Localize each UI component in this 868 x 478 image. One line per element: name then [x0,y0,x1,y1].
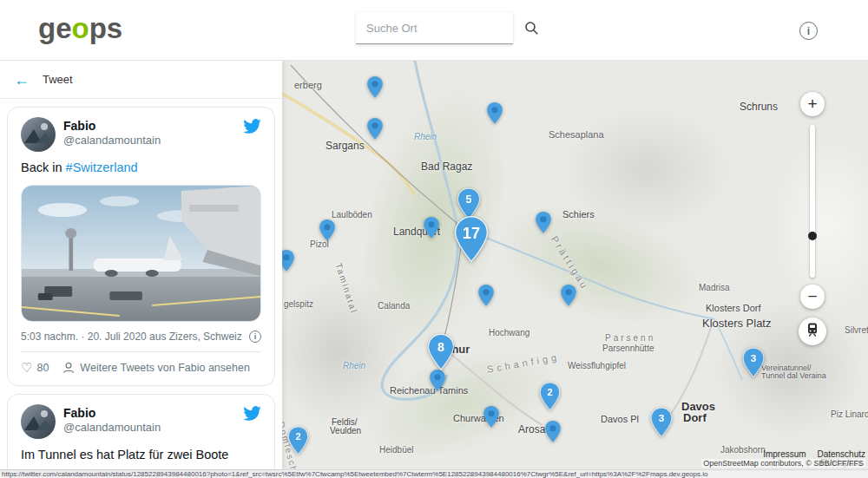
tweet-actions: ♡ 80 Weitere Tweets von Fabio ansehen [21,352,261,376]
main-content: ← Tweet Fabio @calandamountain [0,61,868,469]
search-input[interactable] [356,22,524,35]
tweet-text-plain: Back in [21,160,66,174]
zoom-slider-track[interactable] [810,125,815,278]
tweet-map-pin[interactable] [429,369,446,392]
author-handle[interactable]: @calandamountain [63,421,161,435]
like-icon[interactable]: ♡ [21,360,32,376]
map-label: Rhein [414,132,437,141]
svg-text:2: 2 [547,387,552,397]
tweet-text: Back in #Switzerland [21,160,261,176]
map-label: Sargans [326,141,365,152]
map-label: Veulden [330,426,361,435]
tweet-info-icon[interactable]: i [249,331,261,343]
map-label: Schiers [562,209,595,219]
tweet-map-pin[interactable] [282,249,295,272]
logo-text: ps [89,12,123,44]
author-name[interactable]: Fabio [63,405,161,421]
map[interactable]: erbergSargansRheinBad RagazSchrunsSchesa… [282,61,868,469]
map-label: Heidbüel [379,445,413,455]
map-label: Tunnel dal Veraina [761,372,826,381]
tweet-map-pin[interactable] [544,420,562,443]
map-label: Bad Ragaz [421,161,472,173]
tweet-photo[interactable] [21,185,261,322]
copyright-text[interactable]: OpenStreetMap contributors, © SBB/CFF/FF… [701,459,865,468]
map-label: Schesaplana [549,129,604,140]
zoom-in-button[interactable]: + [800,92,825,116]
tweet-map-pin[interactable] [477,284,495,307]
zoom-out-button[interactable]: − [800,285,825,309]
more-tweets-link[interactable]: Weitere Tweets von Fabio ansehen [80,362,250,374]
map-label: Rhein [343,361,365,370]
sidebar-title: Tweet [43,73,73,86]
map-label: gelspitz [284,299,313,309]
map-label: Klosters Platz [702,318,771,330]
twitter-bird-icon[interactable] [243,406,261,424]
map-label: Davos Pl [601,414,639,424]
map-label: Laulböden [332,210,372,219]
train-layer-button[interactable] [799,318,826,345]
search-icon[interactable] [524,21,539,36]
tweet-author: Fabio @calandamountain [63,117,161,148]
sidebar-header: ← Tweet [0,61,282,99]
datenschutz-link[interactable]: Datenschutz [817,449,865,459]
tweet-card: Fabio @calandamountain Back in #Switzerl… [7,107,275,386]
logo-text: ge [38,12,72,44]
tweet-timestamp[interactable]: 5:03 nachm. · 20. Juli 2020 aus Zizers, … [21,331,242,343]
tweet-cluster-marker[interactable]: 17 [452,215,490,264]
hashtag-link[interactable]: #Switzerland [66,160,138,174]
person-icon [62,362,75,374]
tweet-map-pin[interactable] [423,216,440,239]
status-url: https://twitter.com/calandamountain/stat… [0,470,868,478]
tweet-map-pin[interactable] [483,405,500,429]
logo-o: o [72,12,89,44]
avatar[interactable] [21,404,56,439]
airport-photo-illustration [22,186,260,322]
tweet-map-pin[interactable] [366,117,384,141]
map-label: Piz Linard [831,409,868,419]
map-label: erberg [294,80,322,90]
tweet-cluster-marker[interactable]: 8 [426,333,456,371]
svg-text:17: 17 [463,223,480,241]
map-label: Calanda [378,301,410,311]
svg-text:2: 2 [295,431,300,442]
twitter-bird-icon[interactable] [243,119,261,137]
zoom-slider-handle[interactable] [808,232,817,240]
tweet-cluster-marker[interactable]: 3 [649,407,674,438]
svg-text:8: 8 [437,340,444,354]
top-header: geops i [0,0,868,61]
tweet-map-pin[interactable] [560,284,577,307]
train-icon [805,322,820,341]
tweet-header: Fabio @calandamountain [21,404,261,439]
impressum-link[interactable]: Impressum [763,449,806,459]
map-label: Klosters Dorf [706,303,761,313]
tweet-meta: 5:03 nachm. · 20. Juli 2020 aus Zizers, … [21,331,261,352]
tweet-cluster-marker[interactable]: 3 [741,347,766,378]
like-count[interactable]: 80 [36,362,49,374]
map-label: Dorf [683,412,707,424]
map-label: Parsennhütte [602,344,654,353]
back-arrow-icon[interactable]: ← [14,72,30,88]
map-label: Weissfluhgipfel [568,361,626,370]
status-bar: https://twitter.com/calandamountain/stat… [0,469,868,478]
svg-text:3: 3 [751,352,757,364]
tweet-header: Fabio @calandamountain [21,117,261,152]
app-window: geops i ← Tweet Fabio [0,0,868,478]
map-label: Madrisa [699,283,730,292]
info-button[interactable]: i [799,22,818,40]
tweet-map-pin[interactable] [486,101,503,125]
map-label: Schruns [740,101,778,113]
svg-text:3: 3 [659,412,665,424]
tweet-map-pin[interactable] [366,75,384,99]
tweet-cluster-marker[interactable]: 2 [286,426,310,455]
map-label: Hochwang [489,328,529,337]
map-label: Arosa [518,424,545,435]
map-label: Silvretta [845,325,868,335]
tweet-sidebar: ← Tweet Fabio @calandamountain [0,61,282,469]
avatar[interactable] [21,117,56,152]
geops-logo[interactable]: geops [38,12,122,45]
tweet-map-pin[interactable] [535,211,552,234]
author-handle[interactable]: @calandamountain [63,134,161,148]
author-name[interactable]: Fabio [63,118,161,134]
tweet-cluster-marker[interactable]: 2 [538,382,562,411]
tweet-map-pin[interactable] [319,219,336,242]
